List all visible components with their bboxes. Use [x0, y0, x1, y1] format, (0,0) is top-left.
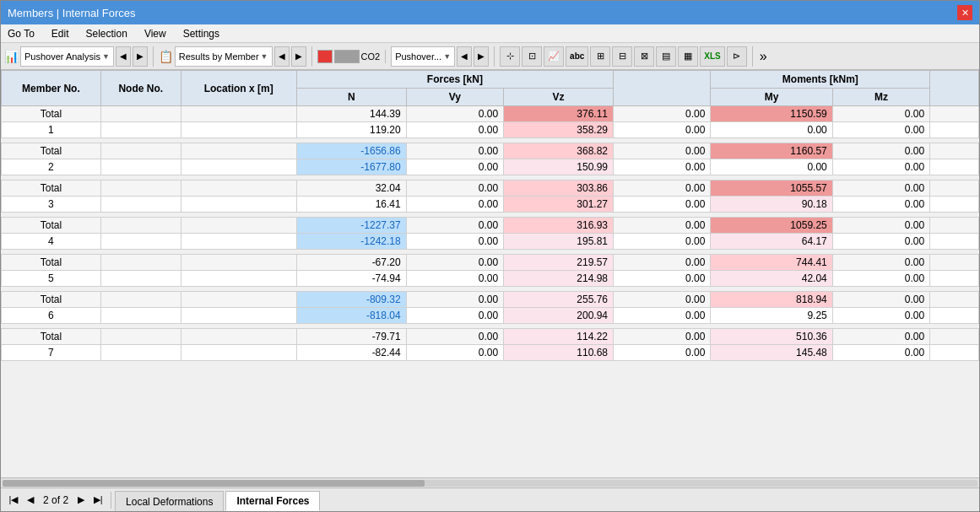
horizontal-scrollbar[interactable]: [1, 477, 979, 488]
table-row: 5-74.940.00214.980.0042.040.00: [2, 271, 979, 287]
menu-settings[interactable]: Settings: [180, 27, 223, 40]
cell-mt: 0.00: [613, 159, 710, 175]
cell-my: 1150.59: [711, 106, 832, 122]
cell-vz: 219.57: [504, 255, 614, 271]
cell-mz: 0.00: [832, 122, 929, 138]
pushover2-dropdown[interactable]: Pushover... ▼: [391, 46, 455, 67]
row-icon-btn[interactable]: ▦: [678, 46, 698, 67]
cell-location: [181, 122, 296, 138]
cell-mt: 0.00: [613, 218, 710, 234]
cell-location: [181, 345, 296, 361]
header-vz: Vz: [504, 89, 614, 106]
menu-view[interactable]: View: [141, 27, 170, 40]
results-dropdown[interactable]: Results by Member ▼: [175, 46, 273, 67]
cell-my: 818.94: [711, 292, 832, 308]
table-row: Total32.040.00303.860.001055.570.00: [2, 181, 979, 197]
col-icon-btn[interactable]: ▤: [656, 46, 676, 67]
cell-vy: 0.00: [406, 234, 503, 250]
color-gray-box[interactable]: [334, 50, 360, 63]
cell-mt: 0.00: [613, 143, 710, 159]
close-button[interactable]: ✕: [957, 5, 972, 20]
cell-mz: 0.00: [832, 197, 929, 213]
excel-icon-btn[interactable]: XLS: [700, 46, 724, 67]
cell-n: -1227.37: [296, 218, 406, 234]
cell-my: 510.36: [711, 329, 832, 345]
funnel-icon-btn[interactable]: ⊳: [727, 46, 747, 67]
cell-node: [100, 255, 181, 271]
abc-icon-btn[interactable]: abc: [566, 46, 588, 67]
cell-location: [181, 255, 296, 271]
cell-vy: 0.00: [406, 329, 503, 345]
cell-vy: 0.00: [406, 345, 503, 361]
last-page-btn[interactable]: ▶|: [90, 492, 106, 509]
header-extra: [930, 71, 979, 106]
cell-extra: [930, 271, 979, 287]
data-table: Member No. Node No. Location x [m] Force…: [1, 70, 979, 361]
table-scroll-area[interactable]: Member No. Node No. Location x [m] Force…: [1, 70, 979, 477]
cell-mt: 0.00: [613, 271, 710, 287]
cell-extra: [930, 197, 979, 213]
frame-icon-btn[interactable]: ⊡: [522, 46, 542, 67]
pushover-prev-btn[interactable]: ◀: [116, 46, 131, 67]
cell-mz: 0.00: [832, 106, 929, 122]
chart-icon-btn[interactable]: 📈: [544, 46, 564, 67]
more-btn[interactable]: »: [758, 49, 769, 64]
cell-extra: [930, 308, 979, 324]
toolbar-pushover-group: 📊 Pushover Analysis ▼ ◀ ▶: [4, 46, 154, 67]
header-mz: Mz: [832, 89, 929, 106]
next-page-btn[interactable]: ▶: [73, 492, 89, 509]
cell-n: 144.39: [296, 106, 406, 122]
cell-mz: 0.00: [832, 329, 929, 345]
pushover-next-btn[interactable]: ▶: [133, 46, 148, 67]
results-dropdown-arrow: ▼: [261, 52, 268, 61]
cell-mz: 0.00: [832, 345, 929, 361]
toolbar-icons-group: ⊹ ⊡ 📈 abc ⊞ ⊟ ⊠ ▤ ▦ XLS ⊳: [500, 46, 753, 67]
cell-n: -82.44: [296, 345, 406, 361]
cell-location: [181, 159, 296, 175]
menu-edit[interactable]: Edit: [48, 27, 73, 40]
hscroll-thumb[interactable]: [3, 480, 425, 487]
results-prev-btn[interactable]: ◀: [274, 46, 290, 67]
prev-page-btn[interactable]: ◀: [23, 492, 38, 509]
cell-n: -818.04: [296, 308, 406, 324]
pushover-icon: 📊: [4, 50, 19, 63]
cell-node: [100, 143, 181, 159]
select-icon-btn[interactable]: ⊹: [500, 46, 520, 67]
cell-extra: [930, 181, 979, 197]
cell-member: 5: [2, 271, 101, 287]
cell-mt: 0.00: [613, 308, 710, 324]
cell-vz: 316.93: [504, 218, 614, 234]
pushover2-prev-btn[interactable]: ◀: [457, 46, 472, 67]
table-row: 1119.200.00358.290.000.000.00: [2, 122, 979, 138]
cell-my: 90.18: [711, 197, 832, 213]
cell-location: [181, 329, 296, 345]
tab-local-deformations[interactable]: Local Deformations: [115, 491, 224, 511]
pushover2-next-btn[interactable]: ▶: [474, 46, 489, 67]
menu-goto[interactable]: Go To: [4, 27, 38, 40]
cell-n: -74.94: [296, 271, 406, 287]
tab-internal-forces[interactable]: Internal Forces: [225, 491, 320, 511]
pushover-dropdown[interactable]: Pushover Analysis ▼: [20, 46, 114, 67]
filter-icon-btn[interactable]: ⊞: [590, 46, 610, 67]
cell-vy: 0.00: [406, 308, 503, 324]
table-row: Total-809.320.00255.760.00818.940.00: [2, 292, 979, 308]
cell-vz: 301.27: [504, 197, 614, 213]
cell-extra: [930, 143, 979, 159]
table-row: Total-1227.370.00316.930.001059.250.00: [2, 218, 979, 234]
cell-n: -1677.80: [296, 159, 406, 175]
cell-member: 1: [2, 122, 101, 138]
cell-my: 64.17: [711, 234, 832, 250]
current-page: 2: [43, 494, 49, 506]
cell-member: Total: [2, 181, 101, 197]
results-icon: 📋: [159, 50, 173, 63]
cell-location: [181, 197, 296, 213]
cell-member: Total: [2, 143, 101, 159]
first-page-btn[interactable]: |◀: [6, 492, 21, 509]
color-red-box[interactable]: [317, 50, 333, 63]
grid-icon-btn[interactable]: ⊠: [634, 46, 654, 67]
results-next-btn[interactable]: ▶: [291, 46, 306, 67]
cell-node: [100, 159, 181, 175]
header-my: My: [711, 89, 832, 106]
table-icon-btn[interactable]: ⊟: [612, 46, 632, 67]
menu-selection[interactable]: Selection: [83, 27, 131, 40]
